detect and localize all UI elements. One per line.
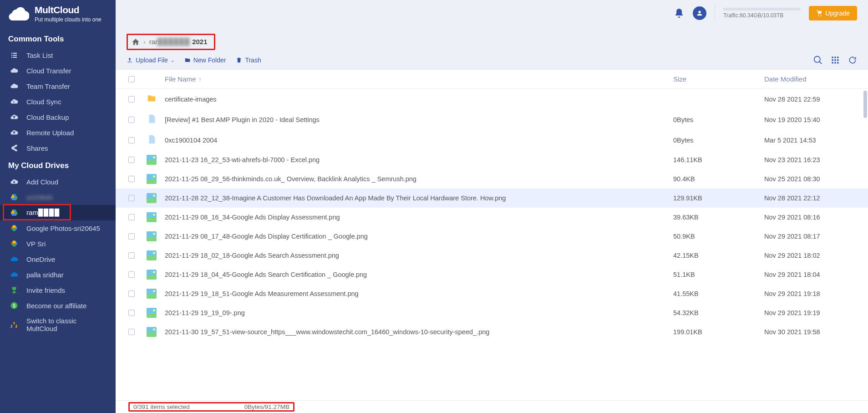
traffic-meter: Traffic:80.34GB/10.03TB: [723, 8, 801, 19]
chevron-right-icon: ›: [143, 38, 146, 46]
row-checkbox[interactable]: [128, 214, 135, 220]
home-icon[interactable]: [132, 38, 140, 46]
svg-text:$: $: [13, 303, 15, 308]
drive-item-label: sri20645: [26, 194, 53, 201]
table-row[interactable]: 2021-11-29 18_04_45-Google Ads Search Ce…: [116, 265, 868, 284]
table-row[interactable]: 2021-11-29 08_16_34-Google Ads Display A…: [116, 208, 868, 227]
row-checkbox[interactable]: [128, 96, 135, 102]
topbar: Traffic:80.34GB/10.03TB Upgrade: [116, 0, 868, 26]
select-all-checkbox[interactable]: [128, 76, 135, 82]
file-type-icon: [147, 250, 165, 260]
sidebar-item-label: Cloud Sync: [26, 98, 61, 106]
drive-item-label: palla sridhar: [26, 271, 64, 279]
table-row[interactable]: 2021-11-29 19_19_09-.png54.32KBNov 29 20…: [116, 303, 868, 322]
new-folder-button[interactable]: New Folder: [184, 56, 226, 64]
sidebar-item-team-transfer[interactable]: Team Transfer: [0, 78, 116, 94]
search-icon[interactable]: [813, 56, 822, 65]
file-type-icon: [147, 134, 165, 146]
drive-item-0[interactable]: Add Cloud: [0, 174, 116, 189]
dollar-icon: $: [10, 301, 18, 310]
table-row[interactable]: 2021-11-23 16_22_53-wti-ahrefs-bl-7000 -…: [116, 150, 868, 169]
refresh-icon[interactable]: [848, 56, 857, 65]
sidebar-item-task-list[interactable]: Task List: [0, 47, 116, 63]
scrollbar[interactable]: [863, 91, 867, 118]
sidebar-item-label: Team Transfer: [26, 82, 70, 90]
drive-item-3[interactable]: Google Photos-sri20645: [0, 220, 116, 236]
row-checkbox[interactable]: [128, 291, 135, 297]
upload-file-button[interactable]: Upload File ⌄: [127, 56, 174, 64]
table-row[interactable]: 2021-11-28 22_12_38-Imagine A Customer H…: [116, 189, 868, 208]
row-checkbox[interactable]: [128, 252, 135, 259]
sidebar-item-cloud-sync[interactable]: Cloud Sync: [0, 94, 116, 109]
sidebar-item-remote-upload[interactable]: Remote Upload: [0, 125, 116, 140]
file-name: 2021-11-29 19_18_51-Google Ads Measureme…: [165, 290, 673, 297]
file-size: 199.01KB: [673, 328, 764, 336]
logo[interactable]: MultCloud Put multiple clouds into one: [0, 0, 116, 29]
row-checkbox[interactable]: [128, 157, 135, 163]
row-checkbox[interactable]: [128, 176, 135, 182]
onedrive-icon: [10, 255, 18, 263]
drive-item-6[interactable]: palla sridhar: [0, 267, 116, 282]
table-row[interactable]: certificate-imagesNov 28 2021 22:59: [116, 89, 868, 109]
upload-icon: [127, 57, 133, 63]
add-cloud-icon: [10, 178, 18, 186]
file-date: Nov 29 2021 18:02: [764, 252, 855, 259]
row-checkbox[interactable]: [128, 271, 135, 278]
sidebar-item-shares[interactable]: Shares: [0, 140, 116, 156]
sort-asc-icon: ↑: [198, 76, 201, 82]
toolbar: Upload File ⌄ New Folder Trash: [116, 53, 868, 69]
sidebar-item-label: Shares: [26, 144, 48, 152]
drive-item-7[interactable]: Invite friends: [0, 282, 116, 298]
table-row[interactable]: 2021-11-29 18_02_18-Google Ads Search As…: [116, 246, 868, 265]
sidebar-item-cloud-transfer[interactable]: Cloud Transfer: [0, 63, 116, 78]
drive-item-4[interactable]: VP Sri: [0, 236, 116, 251]
file-type-icon: [147, 289, 165, 299]
trash-button[interactable]: Trash: [236, 56, 261, 64]
breadcrumb: › rar▉▉▉▉▉▉ 2021: [127, 34, 215, 50]
table-row[interactable]: 0xc1900104 20040BytesMar 5 2021 14:53: [116, 130, 868, 150]
drive-item-5[interactable]: OneDrive: [0, 251, 116, 267]
upgrade-button[interactable]: Upgrade: [809, 6, 857, 20]
cloud-icon: [10, 66, 18, 75]
file-size: 90.4KB: [673, 175, 764, 183]
table-row[interactable]: 2021-11-29 19_18_51-Google Ads Measureme…: [116, 284, 868, 303]
column-date[interactable]: Date Modified: [764, 75, 855, 83]
section-my-cloud-drives: My Cloud Drives: [0, 156, 116, 174]
table-row[interactable]: 2021-11-29 08_17_48-Google Ads Display C…: [116, 227, 868, 246]
row-checkbox[interactable]: [128, 310, 135, 316]
column-size[interactable]: Size: [673, 75, 764, 83]
gdrive-icon: [10, 193, 18, 201]
drive-item-label: OneDrive: [26, 255, 55, 263]
file-name: [Review] #1 Best AMP Plugin in 2020 - Id…: [165, 116, 673, 123]
cloud-sync-icon: [10, 97, 18, 106]
drive-item-8[interactable]: $Become our affiliate: [0, 298, 116, 313]
brand-tagline: Put multiple clouds into one: [35, 16, 102, 23]
row-checkbox[interactable]: [128, 195, 135, 201]
status-selected: 0/391 items selected: [133, 403, 190, 410]
drive-item-label: Switch to classic MultCloud: [26, 317, 106, 332]
file-date: Nov 29 2021 19:19: [764, 309, 855, 316]
table-row[interactable]: 2021-11-25 08_29_56-thinkminds.co.uk_ Ov…: [116, 169, 868, 189]
file-table: File Name ↑ Size Date Modified certifica…: [116, 69, 868, 413]
file-name: 0xc1900104 2004: [165, 137, 673, 144]
drive-item-1[interactable]: sri20645: [0, 189, 116, 205]
drive-item-2[interactable]: ram▉▉▉▉: [0, 205, 116, 220]
sidebar-item-cloud-backup[interactable]: Cloud Backup: [0, 109, 116, 125]
row-checkbox[interactable]: [128, 137, 135, 143]
file-type-icon: [147, 114, 165, 125]
row-checkbox[interactable]: [128, 329, 135, 335]
file-name: 2021-11-25 08_29_56-thinkminds.co.uk_ Ov…: [165, 175, 673, 183]
breadcrumb-segment[interactable]: rar▉▉▉▉▉▉ 2021: [149, 38, 208, 46]
avatar[interactable]: [693, 6, 706, 20]
drive-item-label: Invite friends: [26, 286, 65, 294]
row-checkbox[interactable]: [128, 117, 135, 123]
table-row[interactable]: [Review] #1 Best AMP Plugin in 2020 - Id…: [116, 109, 868, 130]
bell-icon[interactable]: [674, 8, 685, 19]
sidebar-item-label: Cloud Transfer: [26, 67, 71, 75]
table-row[interactable]: 2021-11-30 19_57_51-view-source_https___…: [116, 322, 868, 342]
column-name[interactable]: File Name ↑: [165, 75, 673, 83]
grid-view-icon[interactable]: [831, 56, 840, 65]
file-size: 42.15KB: [673, 252, 764, 259]
drive-item-9[interactable]: Switch to classic MultCloud: [0, 313, 116, 336]
row-checkbox[interactable]: [128, 233, 135, 240]
